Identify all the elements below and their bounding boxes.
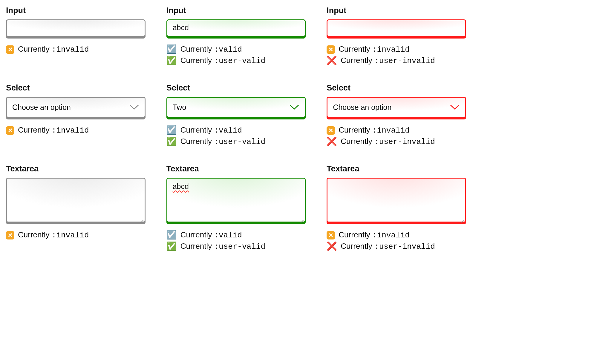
cell-textarea-invalid: Textarea ✕ Currently :invalid ❌ Currentl… (327, 164, 466, 251)
cell-select-valid: Select Two ☑️ Currently :valid ✅ Current… (166, 83, 306, 146)
textarea-value: abcd (173, 182, 189, 191)
select-input[interactable]: Choose an option (6, 97, 146, 118)
status-text: Currently :invalid (339, 125, 410, 135)
label-textarea: Textarea (166, 164, 306, 173)
status-text: Currently :user-invalid (341, 242, 435, 251)
cell-select-invalid: Select Choose an option ✕ Currently :inv… (327, 83, 466, 146)
text-input[interactable]: abcd (166, 19, 306, 37)
check-green-icon: ✅ (166, 242, 177, 251)
status-user-invalid: ❌ Currently :user-invalid (327, 242, 466, 251)
x-red-icon: ❌ (327, 137, 337, 146)
text-input[interactable] (327, 19, 466, 37)
status-text: Currently :invalid (18, 125, 89, 135)
x-red-icon: ❌ (327, 56, 337, 65)
status-list: ✕ Currently :invalid (6, 44, 146, 54)
x-red-icon: ❌ (327, 242, 337, 251)
label-input: Input (6, 6, 146, 15)
status-list: ✕ Currently :invalid ❌ Currently :user-i… (327, 230, 466, 251)
check-blue-icon: ☑️ (166, 126, 177, 134)
x-orange-icon: ✕ (327, 45, 335, 54)
status-list: ✕ Currently :invalid (6, 125, 146, 135)
select-input[interactable]: Choose an option (327, 97, 466, 118)
status-invalid: ✕ Currently :invalid (6, 44, 146, 54)
status-invalid: ✕ Currently :invalid (327, 230, 466, 240)
cell-input-neutral: Input ✕ Currently :invalid (6, 6, 146, 65)
status-valid: ☑️ Currently :valid (166, 44, 306, 54)
status-text: Currently :user-valid (180, 56, 265, 65)
status-valid: ☑️ Currently :valid (166, 125, 306, 135)
resize-grip-icon[interactable] (139, 216, 143, 220)
status-text: Currently :user-invalid (341, 56, 435, 65)
textarea-input[interactable] (327, 178, 466, 222)
chevron-down-icon (129, 104, 139, 110)
select-value: Choose an option (12, 104, 71, 111)
resize-grip-icon[interactable] (299, 216, 304, 220)
x-orange-icon: ✕ (6, 45, 14, 54)
label-select: Select (166, 83, 306, 93)
x-orange-icon: ✕ (6, 231, 14, 239)
status-text: Currently :user-valid (180, 242, 265, 251)
label-select: Select (6, 83, 146, 93)
status-user-valid: ✅ Currently :user-valid (166, 137, 306, 146)
status-list: ☑️ Currently :valid ✅ Currently :user-va… (166, 125, 306, 146)
label-select: Select (327, 83, 466, 93)
status-list: ☑️ Currently :valid ✅ Currently :user-va… (166, 230, 306, 251)
status-user-valid: ✅ Currently :user-valid (166, 56, 306, 65)
label-textarea: Textarea (327, 164, 466, 173)
status-valid: ☑️ Currently :valid (166, 230, 306, 240)
cell-select-neutral: Select Choose an option ✕ Currently :inv… (6, 83, 146, 146)
textarea-input[interactable] (6, 178, 146, 222)
status-text: Currently :user-invalid (341, 137, 435, 146)
cell-textarea-neutral: Textarea ✕ Currently :invalid (6, 164, 146, 251)
status-text: Currently :invalid (339, 44, 410, 54)
status-user-invalid: ❌ Currently :user-invalid (327, 56, 466, 65)
cell-textarea-valid: Textarea abcd ☑️ Currently :valid ✅ Curr… (166, 164, 306, 251)
status-list: ✕ Currently :invalid ❌ Currently :user-i… (327, 125, 466, 146)
status-invalid: ✕ Currently :invalid (327, 44, 466, 54)
textarea-input[interactable]: abcd (166, 178, 306, 222)
label-input: Input (327, 6, 466, 15)
status-user-valid: ✅ Currently :user-valid (166, 242, 306, 251)
status-text: Currently :invalid (18, 230, 89, 240)
chevron-down-icon (450, 104, 460, 110)
check-blue-icon: ☑️ (166, 231, 177, 239)
label-textarea: Textarea (6, 164, 146, 173)
status-text: Currently :valid (180, 230, 242, 240)
status-list: ✕ Currently :invalid ❌ Currently :user-i… (327, 44, 466, 65)
chevron-down-icon (289, 104, 299, 110)
cell-input-valid: Input abcd ☑️ Currently :valid ✅ Current… (166, 6, 306, 65)
x-orange-icon: ✕ (327, 126, 335, 135)
status-list: ✕ Currently :invalid (6, 230, 146, 240)
status-text: Currently :invalid (339, 230, 410, 240)
label-input: Input (166, 6, 306, 15)
select-value: Choose an option (333, 104, 391, 111)
select-input[interactable]: Two (166, 97, 306, 118)
status-user-invalid: ❌ Currently :user-invalid (327, 137, 466, 146)
status-invalid: ✕ Currently :invalid (6, 230, 146, 240)
text-input[interactable] (6, 19, 146, 37)
cell-input-invalid: Input ✕ Currently :invalid ❌ Currently :… (327, 6, 466, 65)
status-text: Currently :user-valid (180, 137, 265, 146)
x-orange-icon: ✕ (327, 231, 335, 239)
x-orange-icon: ✕ (6, 126, 14, 135)
input-value: abcd (173, 23, 189, 32)
form-states-grid: Input ✕ Currently :invalid Input abcd ☑️… (6, 6, 466, 251)
select-value: Two (173, 104, 186, 111)
status-invalid: ✕ Currently :invalid (327, 125, 466, 135)
status-text: Currently :invalid (18, 44, 89, 54)
resize-grip-icon[interactable] (459, 216, 464, 220)
check-blue-icon: ☑️ (166, 45, 177, 53)
status-text: Currently :valid (180, 125, 242, 135)
check-green-icon: ✅ (166, 56, 177, 65)
status-list: ☑️ Currently :valid ✅ Currently :user-va… (166, 44, 306, 65)
status-text: Currently :valid (180, 44, 242, 54)
check-green-icon: ✅ (166, 137, 177, 146)
status-invalid: ✕ Currently :invalid (6, 125, 146, 135)
